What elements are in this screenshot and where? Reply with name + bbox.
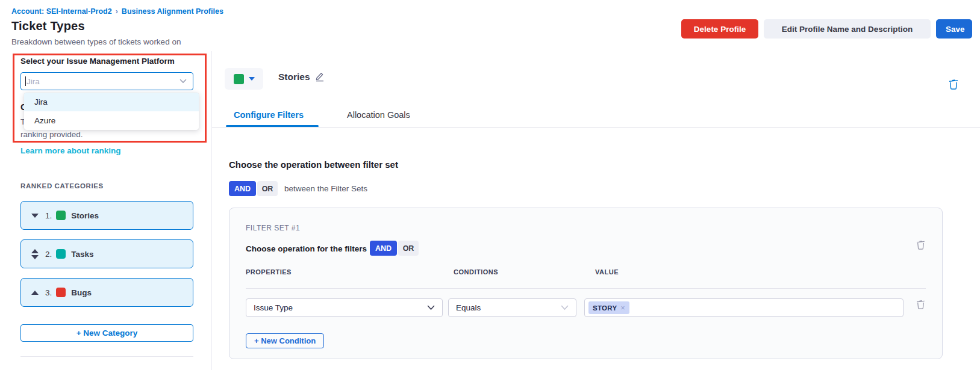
column-header-properties: PROPERTIES [246, 268, 292, 276]
tabs-divider [212, 127, 980, 128]
category-color-dot [56, 288, 66, 297]
page-subtitle: Breakdown between types of tickets worke… [11, 37, 181, 46]
breadcrumb-separator-icon: › [116, 7, 118, 16]
platform-select-input[interactable]: Jira [20, 72, 193, 90]
category-card-stories[interactable]: 1. Stories [20, 201, 193, 230]
new-condition-button[interactable]: + New Condition [246, 333, 324, 348]
save-button[interactable]: Save [936, 19, 972, 39]
filter-set-title: FILTER SET #1 [246, 224, 300, 232]
delete-profile-button[interactable]: Delete Profile [681, 19, 758, 39]
value-multiselect-input[interactable]: STORY × [584, 298, 904, 317]
header-actions: Delete Profile Edit Profile Name and Des… [681, 19, 972, 39]
category-card-bugs[interactable]: 3. Bugs [20, 278, 193, 307]
property-select[interactable]: Issue Type [246, 298, 443, 317]
or-toggle-option[interactable]: OR [257, 181, 278, 196]
sidebar-divider [20, 356, 193, 357]
filter-operation-label: Choose operation for the filters [246, 244, 367, 253]
ranking-provided-text: ranking provided. [20, 130, 83, 139]
new-category-button[interactable]: + New Category [20, 324, 193, 342]
delete-condition-trash-icon[interactable] [916, 300, 925, 312]
delete-category-trash-icon[interactable] [949, 79, 958, 92]
category-name: Bugs [71, 288, 92, 297]
and-toggle-option[interactable]: AND [370, 241, 397, 256]
property-select-value: Issue Type [254, 303, 293, 312]
caret-down-icon [249, 77, 255, 81]
edit-profile-button[interactable]: Edit Profile Name and Description [764, 19, 931, 39]
dropdown-option-jira[interactable]: Jira [24, 93, 199, 111]
page-title: Ticket Types [11, 19, 85, 33]
tag-remove-icon[interactable]: × [620, 304, 625, 312]
category-card-tasks[interactable]: 2. Tasks [20, 239, 193, 268]
breadcrumb-section-link[interactable]: Business Alignment Profiles [122, 7, 223, 16]
edit-pencil-icon[interactable] [314, 71, 325, 84]
breadcrumb: Account: SEI-Internal-Prod2›Business Ali… [11, 7, 223, 16]
move-up-icon[interactable] [30, 291, 40, 295]
filter-sets-and-or-toggle: AND OR [229, 181, 278, 196]
delete-filter-set-trash-icon[interactable] [916, 240, 925, 252]
category-color-dot [56, 211, 66, 220]
column-header-value: VALUE [595, 268, 619, 276]
chevron-down-icon [427, 305, 435, 310]
category-rank: 3. [45, 288, 52, 297]
chevron-down-icon [179, 79, 187, 84]
condition-select[interactable]: Equals [448, 298, 576, 317]
category-color-picker[interactable] [225, 68, 263, 90]
condition-select-value: Equals [456, 303, 481, 312]
main-content: Stories Configure Filters Allocation Goa… [212, 51, 980, 370]
tab-configure-filters[interactable]: Configure Filters [234, 110, 304, 120]
text-cursor [25, 76, 26, 86]
column-header-conditions: CONDITIONS [454, 268, 498, 276]
category-rank: 1. [45, 211, 52, 220]
breadcrumb-account-link[interactable]: Account: SEI-Internal-Prod2 [11, 7, 112, 16]
and-toggle-option[interactable]: AND [229, 181, 256, 196]
color-swatch [234, 74, 244, 84]
value-tag: STORY × [588, 301, 629, 314]
ranked-categories-label: RANKED CATEGORIES [20, 182, 104, 190]
category-name: Tasks [71, 250, 93, 259]
operation-caption: between the Filter Sets [284, 184, 367, 193]
category-name: Stories [71, 211, 99, 220]
filters-and-or-toggle: AND OR [370, 241, 419, 256]
value-tag-label: STORY [593, 304, 617, 312]
category-rank: 2. [45, 250, 52, 259]
or-toggle-option[interactable]: OR [398, 241, 419, 256]
platform-input-placeholder: Jira [27, 77, 179, 86]
tab-allocation-goals[interactable]: Allocation Goals [347, 110, 410, 120]
sidebar: Select your Issue Management Platform Ji… [0, 51, 212, 370]
page: Account: SEI-Internal-Prod2›Business Ali… [0, 0, 980, 370]
category-color-dot [56, 249, 66, 259]
operation-heading: Choose the operation between filter set [229, 159, 398, 170]
chevron-down-icon [561, 305, 569, 310]
dropdown-option-azure[interactable]: Azure [24, 111, 199, 130]
move-down-icon[interactable] [30, 214, 40, 218]
header-divider [246, 288, 926, 289]
learn-more-ranking-link[interactable]: Learn more about ranking [20, 146, 121, 155]
filter-set-panel: FILTER SET #1 Choose operation for the f… [229, 208, 943, 359]
platform-dropdown-menu: Jira Azure [24, 93, 199, 130]
category-title: Stories [278, 72, 310, 82]
platform-select-label: Select your Issue Management Platform [20, 57, 175, 66]
move-up-down-icon[interactable] [30, 249, 40, 259]
